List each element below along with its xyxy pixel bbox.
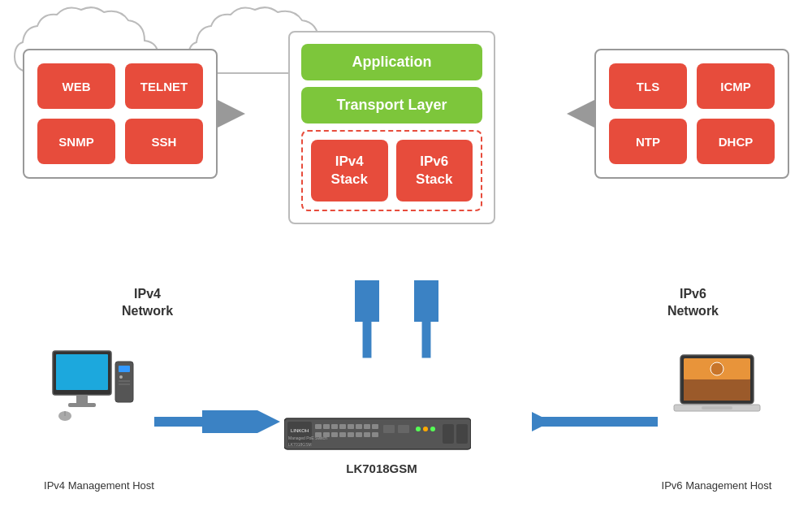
ipv4-host-label: IPv4 Management Host — [34, 479, 164, 492]
application-layer-label: Application — [301, 44, 482, 80]
transport-layer-label: Transport Layer — [301, 87, 482, 124]
switch-icon: LINKOH Managed PoE Switch LK7018GSM — [284, 414, 471, 455]
svg-point-45 — [416, 427, 421, 431]
svg-rect-18 — [684, 379, 750, 401]
svg-rect-33 — [364, 424, 370, 429]
arrow-left-blue-icon — [532, 410, 662, 433]
arrow-up-right-icon — [414, 280, 438, 362]
svg-rect-35 — [315, 432, 322, 437]
svg-rect-5 — [56, 354, 108, 390]
svg-rect-7 — [68, 403, 96, 407]
svg-rect-39 — [348, 432, 354, 437]
network-stack-box: Application Transport Layer IPv4Stack IP… — [288, 31, 495, 224]
svg-rect-6 — [76, 395, 88, 403]
svg-point-10 — [119, 375, 123, 379]
left-protocol-box: WEB TELNET SNMP SSH — [23, 49, 218, 179]
svg-rect-40 — [356, 432, 362, 437]
telnet-chip: TELNET — [125, 63, 203, 109]
right-protocol-box: TLS ICMP NTP DHCP — [594, 49, 789, 179]
svg-rect-48 — [443, 424, 454, 444]
svg-text:LK7018GSM: LK7018GSM — [288, 442, 312, 447]
svg-point-46 — [423, 427, 428, 431]
ssh-chip: SSH — [125, 119, 203, 164]
snmp-chip: SNMP — [37, 119, 115, 164]
svg-rect-11 — [119, 380, 130, 382]
svg-point-47 — [430, 427, 435, 431]
svg-rect-36 — [323, 432, 330, 437]
icmp-chip: ICMP — [697, 63, 775, 109]
arrow-up-left-icon — [355, 280, 379, 362]
svg-rect-28 — [323, 424, 330, 429]
ipv6-host-label: IPv6 Management Host — [646, 479, 788, 492]
ipv4-stack-chip: IPv4Stack — [311, 140, 388, 202]
web-chip: WEB — [37, 63, 115, 109]
dhcp-chip: DHCP — [697, 119, 775, 164]
svg-rect-31 — [348, 424, 354, 429]
laptop-icon — [672, 353, 762, 422]
svg-rect-34 — [372, 424, 378, 429]
ipv6-stack-chip: IPv6Stack — [396, 140, 473, 202]
svg-rect-42 — [372, 432, 378, 437]
svg-rect-30 — [339, 424, 346, 429]
main-diagram: WEB TELNET SNMP SSH TLS ICMP NTP DHCP Ap… — [0, 0, 812, 520]
switch-name-label: LK7018GSM — [300, 462, 463, 475]
svg-rect-37 — [331, 432, 338, 437]
svg-text:LINKOH: LINKOH — [291, 428, 309, 433]
svg-rect-29 — [331, 424, 338, 429]
svg-rect-12 — [119, 384, 130, 385]
svg-rect-44 — [398, 425, 409, 433]
ntp-chip: NTP — [609, 119, 687, 164]
pc-icon — [49, 349, 138, 422]
svg-rect-9 — [119, 366, 130, 372]
svg-rect-38 — [339, 432, 346, 437]
ipv6-network-label: IPv6Network — [667, 286, 719, 320]
svg-rect-49 — [456, 424, 468, 444]
svg-rect-27 — [315, 424, 322, 429]
ipv4-network-label: IPv4Network — [122, 286, 173, 320]
svg-point-19 — [710, 362, 723, 375]
svg-rect-32 — [356, 424, 362, 429]
arrow-right-blue-icon — [150, 410, 280, 433]
svg-rect-41 — [364, 432, 370, 437]
ip-stack-container: IPv4Stack IPv6Stack — [301, 130, 482, 211]
svg-rect-43 — [383, 425, 395, 433]
svg-rect-21 — [702, 406, 732, 410]
tls-chip: TLS — [609, 63, 687, 109]
